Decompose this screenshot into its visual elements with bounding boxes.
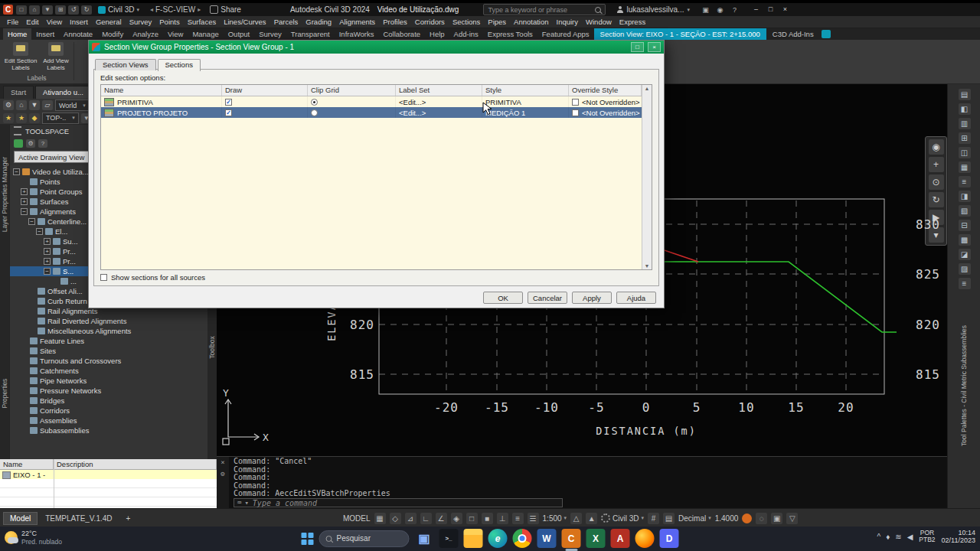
label-set-cell[interactable]: <Edit...>	[396, 107, 482, 118]
tab-model[interactable]: Model	[3, 512, 38, 525]
bell-icon[interactable]: ◉	[715, 5, 725, 15]
filter-icon[interactable]: ▽	[786, 513, 798, 524]
infer-icon[interactable]: ⊿	[405, 513, 416, 524]
tree-item-feature-lines[interactable]: Feature Lines	[10, 336, 207, 346]
save-icon[interactable]: ▼	[29, 100, 40, 110]
dock-icon[interactable]: ◫	[959, 147, 971, 158]
tree-item-bridges[interactable]: Bridges	[10, 396, 207, 406]
command-line-panel[interactable]: ×⚙ Command: "Cancel"Command:Command:Comm…	[217, 456, 947, 508]
menu-lines-curves[interactable]: Lines/Curves	[220, 16, 270, 28]
account-menu[interactable]: lukasalvessilva... ▾	[616, 5, 690, 14]
ribbon-tab-analyze[interactable]: Analyze	[128, 28, 163, 40]
close-icon[interactable]: ×	[778, 5, 792, 15]
dialog-tab-section-views[interactable]: Section Views	[95, 59, 156, 70]
properties-palette-tab[interactable]: Properties	[1, 370, 8, 416]
ribbon-tab-manage[interactable]: Manage	[188, 28, 223, 40]
units-icon[interactable]: #	[648, 513, 659, 524]
menu-grading[interactable]: Grading	[302, 16, 335, 28]
ribbon-button-edit-section-labels[interactable]: Edit Section Labels	[3, 42, 38, 71]
dock-icon[interactable]: ⊞	[959, 132, 971, 144]
style-cell[interactable]: MEDIÇÃO 1	[482, 107, 569, 118]
scroll-down-icon[interactable]: ▼	[645, 263, 650, 269]
app-file-explorer[interactable]	[464, 529, 483, 548]
tab-layout-template[interactable]: TEMPLATE_V.1.4D	[39, 513, 118, 524]
match-properties-icon[interactable]: ▱	[42, 100, 53, 110]
label-set-cell[interactable]: <Edit...>	[396, 96, 482, 107]
dock-icon[interactable]: ⊟	[959, 220, 971, 231]
favorites-icon[interactable]: ★	[3, 113, 14, 123]
clip-grid-radio[interactable]	[311, 99, 318, 106]
style-cell[interactable]: PRIMITIVA	[482, 96, 569, 107]
record-badge[interactable]	[742, 514, 752, 523]
clip-grid-radio[interactable]	[311, 109, 318, 116]
app-edge[interactable]: e	[488, 529, 508, 548]
close-icon[interactable]: ×	[220, 458, 224, 466]
collapse-icon[interactable]: −	[28, 218, 35, 225]
dock-icon[interactable]: ▥	[959, 118, 971, 129]
chevron-left-icon[interactable]: ◂	[150, 6, 153, 13]
style-icon[interactable]: ★	[16, 113, 27, 123]
tree-item-sites[interactable]: Sites	[10, 346, 207, 356]
cancel-button[interactable]: Cancelar	[528, 292, 567, 304]
menu-edit[interactable]: Edit	[22, 16, 42, 28]
dock-icon[interactable]: ≡	[959, 176, 971, 187]
dyninput-icon[interactable]: ≡	[512, 513, 524, 524]
ribbon-tab-add-ins[interactable]: Add-ins	[449, 28, 483, 40]
settings-icon[interactable]: ⚙	[26, 139, 35, 148]
ortho-icon[interactable]: ∟	[420, 513, 432, 524]
steering-wheel-icon[interactable]: ◉	[929, 139, 944, 155]
tree-item-corridors[interactable]: Corridors	[10, 406, 207, 416]
ribbon-tab-insert[interactable]: Insert	[31, 28, 59, 40]
cart-icon[interactable]: ▣	[701, 5, 710, 15]
tree-item-pipe-networks[interactable]: Pipe Networks	[10, 376, 207, 386]
section-row-primitiva[interactable]: PRIMITIVA✓<Edit...>PRIMITIVA<Not Overrid…	[101, 96, 642, 107]
ribbon-tab-home[interactable]: Home	[3, 28, 31, 40]
menu-corridors[interactable]: Corridors	[411, 16, 449, 28]
expand-icon[interactable]: +	[21, 198, 28, 205]
start-button[interactable]	[302, 533, 314, 545]
snap-icon[interactable]: ◇	[390, 513, 401, 524]
language-indicator[interactable]: PORPTB2	[919, 530, 935, 543]
ribbon-tab-annotate[interactable]: Annotate	[59, 28, 97, 40]
redo-icon[interactable]: ↻	[81, 5, 92, 15]
dialog-maximize-icon[interactable]: □	[631, 42, 644, 52]
ucs-icon[interactable]: ⊥	[497, 513, 508, 524]
table-scrollbar[interactable]: ▲ ▼	[642, 85, 652, 269]
civil3d-app-icon[interactable]: C	[3, 5, 13, 15]
column-description[interactable]: Description	[54, 459, 217, 469]
menu-surfaces[interactable]: Surfaces	[184, 16, 220, 28]
swatch-icon[interactable]: ◆	[29, 113, 40, 123]
tree-item-catchments[interactable]: Catchments	[10, 366, 207, 376]
dock-icon[interactable]: ▤	[959, 89, 971, 100]
menu-annotation[interactable]: Annotation	[510, 16, 552, 28]
section-row-projeto-projeto[interactable]: PROJETO PROJETO✓<Edit...>MEDIÇÃO 1<Not O…	[101, 107, 642, 118]
layer-properties-manager-tab[interactable]: Layer Properties Manager	[1, 148, 8, 240]
draw-checkbox[interactable]: ✓	[225, 109, 232, 116]
zoom-icon[interactable]: ⊙	[929, 174, 944, 190]
menu-general[interactable]: General	[92, 16, 126, 28]
undo-icon[interactable]: ↺	[68, 5, 79, 15]
menu-icon[interactable]	[14, 126, 21, 135]
help-button[interactable]: Ajuda	[616, 292, 656, 304]
override-checkbox[interactable]	[572, 99, 579, 106]
recent-icon[interactable]: ▾	[244, 499, 248, 507]
dock-icon[interactable]: ◧	[959, 103, 971, 115]
maximize-icon[interactable]: □	[763, 5, 778, 15]
dialog-titlebar[interactable]: Section View Group Properties - Section …	[89, 41, 664, 54]
orbit-icon[interactable]: ↻	[929, 192, 944, 207]
ribbon-tab-express-tools[interactable]: Express Tools	[483, 28, 537, 40]
world-combo[interactable]: World▾	[55, 99, 90, 111]
menu-survey[interactable]: Survey	[126, 16, 156, 28]
tree-item-pressure-networks[interactable]: Pressure Networks	[10, 386, 207, 396]
osnap-icon[interactable]: □	[466, 513, 478, 524]
share-button[interactable]: Share	[210, 5, 241, 14]
minimize-icon[interactable]: –	[749, 5, 763, 15]
dock-icon[interactable]: ▨	[959, 263, 971, 275]
menu-window[interactable]: Window	[582, 16, 616, 28]
customize-icon[interactable]: ⚙	[220, 470, 224, 478]
ribbon-tab-c3d-add-ins[interactable]: C3D Add-Ins	[766, 28, 820, 40]
draw-checkbox[interactable]: ✓	[225, 99, 232, 106]
new-icon[interactable]: □	[16, 5, 27, 15]
menu-profiles[interactable]: Profiles	[379, 16, 411, 28]
ribbon-tab-infraworks[interactable]: InfraWorks	[335, 28, 379, 40]
